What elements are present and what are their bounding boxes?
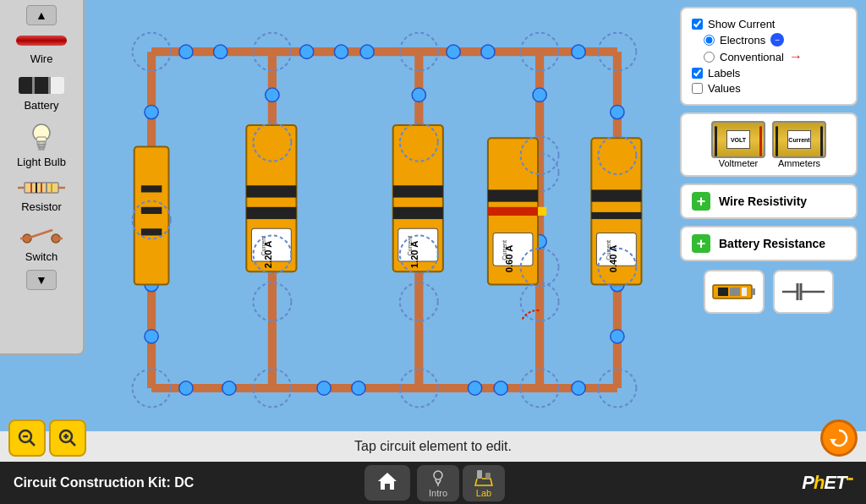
- svg-rect-76: [141, 228, 162, 235]
- labels-row[interactable]: Labels: [692, 67, 846, 79]
- toolbar-item-resistor[interactable]: Resistor: [3, 173, 79, 218]
- bottom-bar: Circuit Construction Kit: DC Intro Lab: [0, 462, 866, 504]
- toolbar-scroll-down[interactable]: ▼: [26, 270, 57, 290]
- svg-point-45: [214, 45, 227, 58]
- svg-point-129: [434, 471, 442, 479]
- svg-line-113: [30, 441, 36, 446]
- svg-point-44: [179, 45, 193, 58]
- svg-rect-1: [37, 141, 46, 145]
- ammeter-probe-right: [820, 126, 823, 156]
- wire-icon: [16, 36, 67, 46]
- tab-lab[interactable]: Lab: [463, 465, 505, 501]
- svg-text:1.20 A: 1.20 A: [409, 241, 419, 269]
- svg-rect-88: [393, 207, 443, 219]
- wire-resistivity-label: Wire Resistivity: [719, 194, 807, 208]
- toolbar-item-light-bulb[interactable]: Light Bulb: [3, 117, 79, 173]
- battery-tool-button[interactable]: [704, 270, 765, 314]
- switch-label: Switch: [25, 250, 58, 263]
- right-panel: Show Current Electrons − Conventional → …: [680, 7, 858, 314]
- svg-point-56: [468, 381, 481, 395]
- electrons-row[interactable]: Electrons −: [704, 33, 846, 47]
- svg-point-47: [334, 45, 348, 58]
- svg-text:2.20 A: 2.20 A: [263, 241, 273, 269]
- svg-point-58: [572, 381, 585, 395]
- wire-resistivity-row[interactable]: + Wire Resistivity: [680, 184, 858, 219]
- toolbar-scroll-up[interactable]: ▲: [26, 5, 57, 25]
- toolbar-item-wire[interactable]: Wire: [3, 27, 79, 70]
- svg-point-49: [447, 45, 460, 58]
- tab-intro[interactable]: Intro: [417, 465, 459, 501]
- conventional-row[interactable]: Conventional →: [704, 49, 846, 64]
- svg-marker-128: [378, 473, 397, 490]
- conventional-radio[interactable]: [704, 52, 715, 63]
- conventional-arrow-icon: →: [789, 49, 803, 64]
- voltmeter-probe-left: [715, 126, 717, 156]
- zoom-out-button[interactable]: [8, 419, 46, 457]
- battery-resistance-row[interactable]: + Battery Resistance: [680, 226, 858, 261]
- light-bulb-label: Light Bulb: [17, 156, 66, 168]
- capacitor-tool-button[interactable]: [773, 270, 834, 314]
- battery-label: Battery: [24, 99, 58, 112]
- intro-label: Intro: [429, 488, 447, 498]
- svg-line-117: [71, 441, 76, 446]
- light-bulb-icon: [29, 122, 54, 152]
- ammeter-item[interactable]: Current Ammeters: [772, 121, 826, 168]
- svg-point-48: [360, 45, 374, 58]
- lab-label: Lab: [476, 488, 491, 498]
- svg-rect-75: [141, 207, 162, 214]
- svg-rect-131: [477, 470, 482, 479]
- toolbar-item-battery[interactable]: Battery: [3, 70, 79, 117]
- wire-label: Wire: [30, 52, 53, 65]
- values-checkbox[interactable]: [692, 83, 703, 94]
- svg-rect-121: [730, 288, 740, 296]
- voltmeter-image: VOLT: [711, 121, 765, 158]
- svg-rect-120: [718, 288, 728, 296]
- voltmeter-label: Voltmeter: [719, 158, 758, 168]
- svg-rect-95: [488, 189, 538, 201]
- left-toolbar: ▲ Wire Battery Light Bulb: [0, 0, 85, 355]
- reset-button[interactable]: [820, 419, 858, 457]
- svg-point-67: [266, 88, 279, 101]
- labels-checkbox[interactable]: [692, 68, 703, 79]
- voltmeter-item[interactable]: VOLT Voltmeter: [711, 121, 765, 168]
- svg-rect-3: [39, 147, 44, 150]
- show-current-row[interactable]: Show Current: [692, 18, 846, 30]
- conventional-label: Conventional: [720, 51, 784, 63]
- labels-label: Labels: [708, 67, 740, 79]
- svg-text:0.40 A: 0.40 A: [608, 245, 618, 273]
- svg-point-57: [494, 381, 507, 395]
- electron-dot-icon: −: [770, 33, 784, 47]
- svg-point-62: [145, 330, 158, 343]
- svg-point-52: [179, 381, 193, 395]
- svg-rect-104: [591, 189, 641, 201]
- show-current-checkbox[interactable]: [692, 19, 703, 30]
- home-button[interactable]: [364, 465, 410, 501]
- ammeter-screen: Current: [787, 130, 811, 149]
- svg-text:0.60 A: 0.60 A: [504, 245, 514, 273]
- svg-marker-118: [830, 439, 836, 444]
- phet-logo-area: PhET•••: [802, 472, 852, 494]
- svg-point-69: [412, 88, 425, 101]
- svg-point-66: [611, 330, 624, 343]
- svg-point-63: [611, 105, 624, 118]
- svg-rect-96: [488, 207, 538, 216]
- electrons-label: Electrons: [720, 34, 765, 47]
- electrons-radio[interactable]: [704, 35, 715, 46]
- bottom-nav: Intro Lab: [361, 465, 505, 501]
- voltmeter-probe-right: [759, 126, 762, 156]
- svg-point-54: [317, 381, 331, 395]
- bottom-tools: [680, 270, 858, 314]
- svg-point-71: [533, 88, 546, 101]
- svg-point-55: [352, 381, 365, 395]
- svg-point-59: [145, 105, 158, 118]
- voltmeter-screen: VOLT: [726, 130, 750, 149]
- svg-rect-132: [485, 473, 491, 479]
- circuit-svg: Current 2.20 A Current 1.20 A Current 0.…: [89, 0, 680, 431]
- toolbar-item-switch[interactable]: Switch: [3, 218, 79, 268]
- values-row[interactable]: Values: [692, 82, 846, 95]
- circuit-area[interactable]: Current 2.20 A Current 1.20 A Current 0.…: [89, 0, 680, 431]
- svg-point-50: [481, 45, 495, 58]
- zoom-in-button[interactable]: [49, 419, 86, 457]
- svg-rect-122: [742, 288, 747, 296]
- svg-rect-105: [591, 212, 641, 219]
